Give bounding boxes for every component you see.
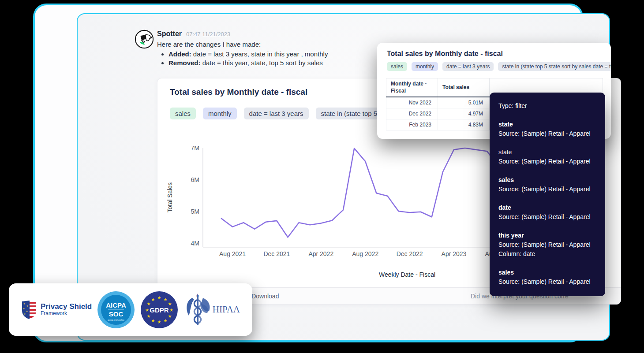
result-token-bar: salesmonthlydate = last 3 yearsstate in … bbox=[387, 62, 611, 71]
svg-text:★: ★ bbox=[151, 318, 155, 323]
svg-text:SOC: SOC bbox=[109, 310, 124, 318]
tooltip-entry: stateSource: (Sample) Retail - Apparel bbox=[498, 120, 596, 138]
query-token-measure[interactable]: sales bbox=[170, 108, 196, 119]
svg-text:4M: 4M bbox=[191, 240, 199, 247]
tooltip-entry-source: Source: (Sample) Retail - Apparel bbox=[498, 157, 596, 166]
svg-text:★: ★ bbox=[168, 301, 172, 306]
query-token-filter[interactable]: state in (state top 5 state sort by sale… bbox=[498, 62, 611, 71]
svg-text:AICPA: AICPA bbox=[106, 301, 126, 309]
svg-text:aicpa.org/soc4so: aicpa.org/soc4so bbox=[108, 319, 124, 321]
svg-text:★: ★ bbox=[169, 307, 173, 312]
table-cell: 4.97M bbox=[438, 108, 490, 119]
table-column-header[interactable]: Monthly date - Fiscal bbox=[386, 78, 438, 97]
token-details-tooltip: Type: filter stateSource: (Sample) Retai… bbox=[490, 93, 605, 296]
aicpa-soc-icon: AICPA SOC aicpa.org/soc4so bbox=[97, 291, 135, 329]
privacy-shield-label: Privacy Shield Framework bbox=[41, 303, 92, 316]
hipaa-badge: ★ HIPAA bbox=[183, 293, 240, 327]
gdpr-icon: ★★★ ★★★ ★★★ ★★★ GDPR bbox=[140, 291, 178, 329]
svg-text:★: ★ bbox=[23, 307, 25, 310]
result-title: Total sales by Monthly date - fiscal bbox=[387, 50, 503, 58]
spotter-avatar-dog-icon bbox=[134, 29, 154, 49]
svg-text:★: ★ bbox=[168, 313, 172, 318]
table-cell: Feb 2023 bbox=[386, 119, 438, 130]
tooltip-entry: dateSource: (Sample) Retail - Apparel bbox=[498, 203, 596, 222]
svg-text:★: ★ bbox=[163, 297, 167, 301]
tooltip-entry-source: Source: (Sample) Retail - Apparel bbox=[498, 212, 596, 222]
query-token-measure[interactable]: sales bbox=[387, 62, 407, 71]
svg-text:Apr 2022: Apr 2022 bbox=[308, 250, 333, 257]
table-column-header[interactable]: Total sales bbox=[438, 78, 490, 97]
privacy-shield-badge: ★★★ ★★ Privacy Shield Framework bbox=[21, 300, 92, 320]
answer-title: Total sales by Monthly date - fiscal bbox=[170, 87, 307, 97]
compliance-badges-card: ★★★ ★★ Privacy Shield Framework AICPA SO… bbox=[9, 283, 252, 336]
tooltip-entry-name: this year bbox=[498, 231, 596, 240]
svg-text:★: ★ bbox=[24, 312, 26, 315]
tooltip-entry: salesSource: (Sample) Retail - Apparel bbox=[498, 175, 596, 194]
tooltip-entry-source: Source: (Sample) Retail - Apparel bbox=[498, 240, 596, 249]
svg-text:★: ★ bbox=[195, 293, 200, 298]
query-token-filter[interactable]: date = last 3 years bbox=[442, 62, 494, 71]
privacy-shield-icon: ★★★ ★★ bbox=[21, 300, 37, 320]
svg-text:Dec 2022: Dec 2022 bbox=[397, 250, 423, 257]
svg-text:6M: 6M bbox=[191, 176, 199, 183]
svg-text:Aug 2022: Aug 2022 bbox=[352, 250, 378, 257]
chat-header: Spotter 07:47 11/21/2023 bbox=[157, 30, 466, 38]
hipaa-caduceus-icon: ★ bbox=[183, 293, 212, 327]
table-cell: Nov 2022 bbox=[386, 97, 438, 108]
tooltip-entry-source: Source: (Sample) Retail - Apparel bbox=[498, 185, 596, 194]
svg-text:GDPR: GDPR bbox=[150, 306, 169, 314]
svg-text:Dec 2021: Dec 2021 bbox=[263, 250, 290, 257]
table-cell: Dec 2022 bbox=[386, 108, 438, 119]
svg-text:★: ★ bbox=[157, 295, 161, 300]
query-token-filter[interactable]: date = last 3 years bbox=[244, 108, 309, 119]
tooltip-entry-name: state bbox=[498, 120, 596, 129]
svg-text:★: ★ bbox=[163, 318, 167, 323]
tooltip-entry: stateSource: (Sample) Retail - Apparel bbox=[498, 148, 596, 166]
svg-text:Aug 2021: Aug 2021 bbox=[219, 250, 246, 257]
svg-text:★: ★ bbox=[151, 297, 155, 301]
svg-text:Apr 2023: Apr 2023 bbox=[442, 250, 467, 257]
svg-text:5M: 5M bbox=[191, 208, 199, 215]
svg-text:★: ★ bbox=[146, 313, 150, 318]
tooltip-entry: this yearSource: (Sample) Retail - Appar… bbox=[498, 231, 596, 259]
svg-text:★: ★ bbox=[23, 302, 26, 305]
tooltip-entry-column: Column: date bbox=[498, 249, 596, 259]
privacy-shield-line2: Framework bbox=[41, 311, 92, 316]
hipaa-label: HIPAA bbox=[213, 304, 240, 315]
svg-text:★: ★ bbox=[157, 320, 161, 324]
query-token-time[interactable]: monthly bbox=[412, 62, 438, 71]
svg-text:★: ★ bbox=[26, 310, 28, 312]
tooltip-entry-source: Source: (Sample) Retail - Apparel bbox=[498, 129, 596, 138]
query-token-time[interactable]: monthly bbox=[203, 108, 237, 119]
screenshot-root: Spotter 07:47 11/21/2023 Here are the ch… bbox=[0, 0, 644, 353]
tooltip-entry-source: Source: (Sample) Retail - Apparel bbox=[498, 277, 596, 286]
svg-text:★: ★ bbox=[146, 301, 150, 306]
privacy-shield-line1: Privacy Shield bbox=[41, 303, 92, 311]
tooltip-type: Type: filter bbox=[498, 101, 596, 111]
tooltip-entry-name: sales bbox=[498, 175, 596, 185]
tooltip-entry: salesSource: (Sample) Retail - Apparel bbox=[498, 268, 596, 286]
sender-name: Spotter bbox=[157, 30, 182, 38]
tooltip-entry-name: date bbox=[498, 203, 596, 212]
download-label: Download bbox=[251, 293, 279, 300]
table-cell: 4.83M bbox=[438, 119, 490, 130]
y-axis-title: Total Sales bbox=[166, 182, 173, 212]
tooltip-entry-name: state bbox=[498, 148, 596, 157]
table-cell: 5.01M bbox=[438, 97, 490, 108]
svg-text:★: ★ bbox=[26, 305, 29, 307]
x-axis-title: Weekly Date - Fiscal bbox=[379, 271, 435, 278]
tooltip-entries: stateSource: (Sample) Retail - Apparelst… bbox=[498, 120, 596, 286]
gdpr-badge: ★★★ ★★★ ★★★ ★★★ GDPR bbox=[140, 291, 178, 329]
message-timestamp: 07:47 11/21/2023 bbox=[186, 31, 230, 37]
svg-text:7M: 7M bbox=[191, 145, 199, 152]
svg-text:★: ★ bbox=[145, 307, 149, 312]
tooltip-entry-name: sales bbox=[498, 268, 596, 277]
aicpa-soc-badge: AICPA SOC aicpa.org/soc4so bbox=[97, 291, 135, 329]
